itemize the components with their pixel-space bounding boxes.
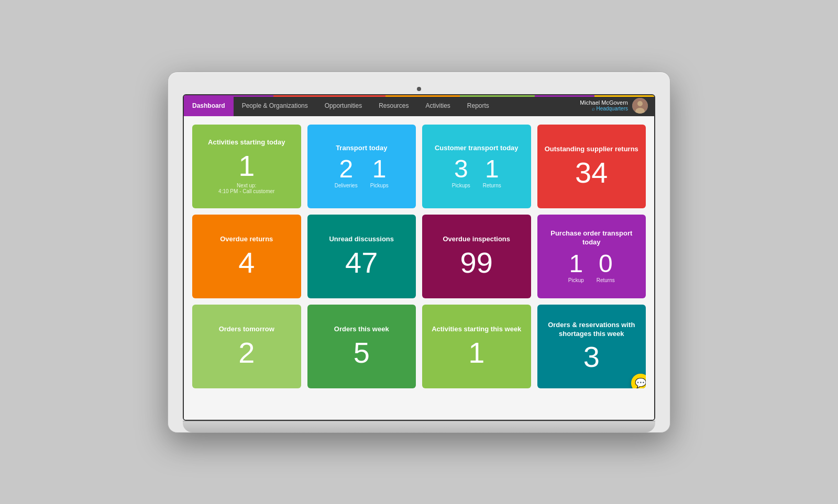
tile-value: 99: [460, 248, 493, 277]
tile-overdue-returns[interactable]: Overdue returns 4: [192, 215, 301, 298]
tile-dual-number: 0: [599, 251, 613, 276]
nav-tab-people[interactable]: People & Organizations: [234, 95, 316, 116]
tile-dual-number: 1: [485, 156, 499, 182]
nav-tab-resources[interactable]: Resources: [370, 95, 417, 116]
tile-dual-number: 3: [454, 156, 468, 182]
tile-dual-item-pickups: 1 Pickups: [370, 156, 389, 188]
tile-value: 1: [468, 338, 484, 367]
tile-overdue-inspections[interactable]: Overdue inspections 99: [422, 215, 531, 298]
tile-title: Customer transport today: [435, 144, 519, 153]
tile-dual-item-deliveries: 2 Deliveries: [335, 156, 358, 188]
tile-unread-discussions[interactable]: Unread discussions 47: [307, 215, 416, 298]
laptop-base: [183, 421, 655, 432]
main-content: Activities starting today 1 Next up:4:10…: [184, 116, 654, 420]
tile-dual-number: 2: [339, 156, 353, 182]
tile-title: Purchase order transport today: [545, 229, 639, 247]
laptop-wrapper: Dashboard People & Organizations Opportu…: [168, 72, 670, 433]
laptop-screen: Dashboard People & Organizations Opportu…: [183, 94, 655, 421]
tile-dual-label: Deliveries: [335, 183, 358, 188]
tile-orders-shortages[interactable]: Orders & reservations with shortages thi…: [537, 305, 646, 388]
tile-title: Orders this week: [334, 325, 389, 334]
tile-dual-label: Pickups: [452, 183, 470, 188]
tile-orders-this-week[interactable]: Orders this week 5: [307, 305, 416, 388]
tile-title: Activities starting today: [208, 138, 285, 147]
nav-color-bar: [184, 95, 654, 97]
nav-user: Michael McGovern ⌕ Headquarters: [574, 95, 654, 116]
nav-user-location: ⌕ Headquarters: [580, 106, 628, 111]
chat-icon: 💬: [635, 377, 646, 388]
nav-user-info: Michael McGovern ⌕ Headquarters: [580, 99, 628, 111]
location-pin-icon: ⌕: [592, 106, 595, 111]
tile-value: 4: [238, 248, 255, 277]
tile-activities-today[interactable]: Activities starting today 1 Next up:4:10…: [192, 125, 301, 208]
tile-title: Orders & reservations with shortages thi…: [545, 321, 639, 339]
nav-tab-activities[interactable]: Activities: [417, 95, 459, 116]
nav-tab-opportunities[interactable]: Opportunities: [316, 95, 370, 116]
tile-dual-number: 1: [372, 156, 387, 182]
tile-activities-this-week[interactable]: Activities starting this week 1: [422, 305, 531, 388]
tile-dual-label: Pickups: [370, 183, 389, 188]
color-seg-4: [460, 95, 535, 97]
tile-subtitle: Next up:4:10 PM - Call customer: [218, 183, 274, 194]
tile-title: Unread discussions: [329, 235, 394, 244]
tile-customer-transport[interactable]: Customer transport today 3 Pickups 1 Ret…: [422, 125, 531, 208]
avatar: [632, 98, 648, 114]
tile-dual-values: 1 Pickup 0 Returns: [568, 251, 615, 283]
tile-value: 47: [345, 248, 378, 277]
laptop-camera: [417, 87, 421, 91]
tile-dual-item-returns: 1 Returns: [483, 156, 501, 188]
tile-outstanding-supplier[interactable]: Outstanding supplier returns 34: [537, 125, 646, 208]
tile-value: 1: [238, 151, 255, 181]
tile-title: Transport today: [336, 144, 387, 153]
tile-title: Outstanding supplier returns: [545, 145, 638, 154]
tile-dual-values: 3 Pickups 1 Returns: [452, 156, 501, 188]
tile-title: Orders tomorrow: [219, 325, 274, 334]
tile-value: 5: [354, 338, 370, 367]
tile-value: 2: [238, 338, 255, 367]
tile-title: Overdue inspections: [443, 235, 510, 244]
nav-tab-dashboard[interactable]: Dashboard: [184, 95, 234, 116]
tile-dual-values: 2 Deliveries 1 Pickups: [335, 156, 389, 188]
tile-dual-label: Pickup: [568, 277, 584, 283]
tile-value: 34: [575, 158, 608, 187]
color-seg-2: [273, 95, 385, 97]
tile-title: Activities starting this week: [432, 325, 521, 334]
nav-user-name: Michael McGovern: [580, 99, 628, 106]
tile-dual-item-pickup: 1 Pickup: [568, 251, 584, 283]
color-seg-3: [385, 95, 460, 97]
color-seg-5: [535, 95, 594, 97]
tile-value: 3: [583, 342, 600, 372]
tile-transport-today[interactable]: Transport today 2 Deliveries 1 Pickups: [307, 125, 416, 208]
color-seg-1: [184, 95, 273, 97]
tile-purchase-order-transport[interactable]: Purchase order transport today 1 Pickup …: [537, 215, 646, 298]
tile-orders-tomorrow[interactable]: Orders tomorrow 2: [192, 305, 301, 388]
nav-tab-reports[interactable]: Reports: [459, 95, 498, 116]
svg-point-1: [637, 101, 643, 106]
chat-button[interactable]: 💬: [631, 374, 646, 388]
tile-dual-item-pickups: 3 Pickups: [452, 156, 470, 188]
color-seg-6: [594, 95, 654, 97]
navbar: Dashboard People & Organizations Opportu…: [184, 95, 654, 116]
tile-dual-label: Returns: [597, 277, 615, 283]
dashboard-grid: Activities starting today 1 Next up:4:10…: [192, 125, 646, 388]
tile-title: Overdue returns: [220, 235, 273, 244]
tile-dual-number: 1: [569, 251, 583, 276]
tile-dual-item-returns: 0 Returns: [597, 251, 615, 283]
tile-dual-label: Returns: [483, 183, 501, 188]
